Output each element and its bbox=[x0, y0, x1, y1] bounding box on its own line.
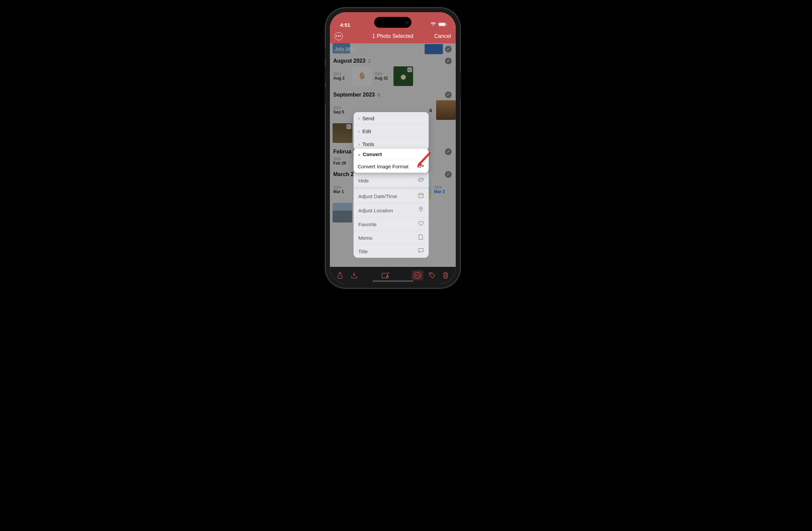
svg-rect-2 bbox=[446, 24, 447, 25]
battery-icon bbox=[438, 22, 447, 28]
section-count: 6 bbox=[378, 92, 380, 98]
tag-icon: 🏷 bbox=[407, 67, 412, 72]
section-count: 39 bbox=[361, 47, 365, 52]
tag-icon: 🏷 bbox=[346, 124, 351, 129]
svg-rect-4 bbox=[419, 193, 423, 198]
context-menu: ›Send ›Edit ›Tools bbox=[353, 112, 429, 150]
chevron-right-icon: › bbox=[358, 116, 360, 121]
menu-item-hide[interactable]: Hide bbox=[353, 174, 429, 187]
volume-down-button bbox=[325, 87, 326, 104]
context-menu-lower: Hide Adjust Date/Time Adjust Location bbox=[353, 172, 429, 258]
select-all-button[interactable] bbox=[445, 46, 452, 53]
nav-bar: ••• 1 Photo Selected Cancel bbox=[330, 29, 456, 43]
power-button bbox=[460, 72, 461, 100]
menu-item-memo[interactable]: Memo bbox=[353, 231, 429, 245]
select-all-button[interactable] bbox=[445, 171, 452, 178]
date-chip: 2023 Sep 5 bbox=[333, 100, 350, 120]
svg-point-12 bbox=[417, 275, 418, 276]
section-label: March 2 bbox=[333, 171, 353, 178]
svg-point-11 bbox=[416, 275, 417, 276]
share-button[interactable] bbox=[335, 270, 345, 280]
photo-thumbnail[interactable] bbox=[333, 203, 352, 223]
menu-item-convert-image-format[interactable]: Convert Image Format bbox=[353, 160, 429, 173]
photo-thumbnail[interactable] bbox=[352, 66, 372, 86]
side-button bbox=[325, 49, 326, 58]
section-count: 2 bbox=[368, 58, 371, 64]
convert-icon bbox=[418, 164, 425, 169]
photo-thumbnail[interactable] bbox=[425, 44, 443, 54]
select-all-button[interactable] bbox=[445, 148, 452, 155]
date-chip: 2024 Feb 29 bbox=[333, 157, 350, 166]
date-chip: 2024 Mar 1 bbox=[333, 180, 350, 199]
svg-point-14 bbox=[430, 274, 431, 275]
phone-frame: 4:51 ••• 1 Photo Selected Cancel bbox=[326, 8, 460, 288]
date-chip: 2023 Aug 31 bbox=[374, 66, 391, 86]
heart-icon bbox=[418, 221, 424, 227]
section-header-september: September 2023 6 bbox=[330, 89, 456, 100]
delete-button[interactable] bbox=[441, 270, 450, 280]
svg-point-6 bbox=[420, 208, 421, 209]
chevron-right-icon: › bbox=[358, 142, 360, 146]
photo-thumbnail[interactable]: 🏷 bbox=[393, 66, 413, 86]
chevron-down-icon: ⌄ bbox=[358, 152, 361, 156]
menu-item-title[interactable]: Title bbox=[353, 245, 429, 258]
count-badge: 6 bbox=[429, 107, 432, 113]
document-icon bbox=[418, 234, 424, 241]
tag-button[interactable] bbox=[427, 270, 437, 280]
section-header-july: July 2023 39 bbox=[330, 43, 456, 55]
convert-submenu: ⌄ Convert Convert Image Format bbox=[353, 149, 429, 173]
speech-bubble-icon bbox=[418, 248, 424, 254]
more-actions-button[interactable] bbox=[412, 270, 423, 280]
thumbnail-row: 2023 Aug 2 2023 Aug 31 🏷 bbox=[330, 66, 456, 89]
calendar-icon bbox=[418, 193, 424, 199]
select-all-button[interactable] bbox=[445, 58, 452, 64]
more-button[interactable]: ••• bbox=[335, 32, 343, 40]
section-header-august: August 2023 2 bbox=[330, 55, 456, 66]
menu-item-favorite[interactable]: Favorite bbox=[353, 218, 429, 231]
content-area: July 2023 39 August 2023 2 bbox=[330, 43, 456, 267]
eye-off-icon bbox=[418, 178, 424, 184]
convert-header[interactable]: ⌄ Convert bbox=[353, 149, 429, 160]
menu-item-adjust-location[interactable]: Adjust Location bbox=[353, 203, 429, 218]
select-all-button[interactable] bbox=[445, 92, 452, 98]
dynamic-island bbox=[374, 17, 411, 28]
wifi-icon bbox=[430, 22, 436, 28]
volume-up-button bbox=[325, 66, 326, 83]
section-label: September 2023 bbox=[333, 92, 375, 98]
photo-thumbnail[interactable]: 🏷 bbox=[333, 123, 352, 143]
svg-point-13 bbox=[419, 275, 419, 276]
date-chip: 2024 Mar 2 bbox=[433, 180, 449, 199]
photo-thumbnail[interactable] bbox=[436, 100, 456, 120]
home-indicator bbox=[373, 280, 413, 282]
section-label: July 2023 bbox=[335, 46, 356, 52]
svg-rect-1 bbox=[439, 23, 445, 26]
date-chip: 2023 Aug 2 bbox=[333, 66, 350, 86]
status-time: 4:51 bbox=[340, 22, 350, 28]
section-label: August 2023 bbox=[333, 58, 365, 64]
location-pin-icon bbox=[418, 207, 424, 214]
menu-item-adjust-date[interactable]: Adjust Date/Time bbox=[353, 189, 429, 203]
svg-rect-7 bbox=[418, 165, 421, 167]
chevron-right-icon: › bbox=[358, 129, 360, 134]
section-label: Februa bbox=[333, 149, 351, 155]
cancel-button[interactable]: Cancel bbox=[434, 33, 451, 39]
phone-screen: 4:51 ••• 1 Photo Selected Cancel bbox=[330, 12, 456, 284]
add-to-album-button[interactable] bbox=[381, 270, 390, 280]
download-button[interactable] bbox=[349, 270, 359, 280]
menu-item-send[interactable]: ›Send bbox=[353, 112, 429, 125]
menu-item-edit[interactable]: ›Edit bbox=[353, 125, 429, 138]
